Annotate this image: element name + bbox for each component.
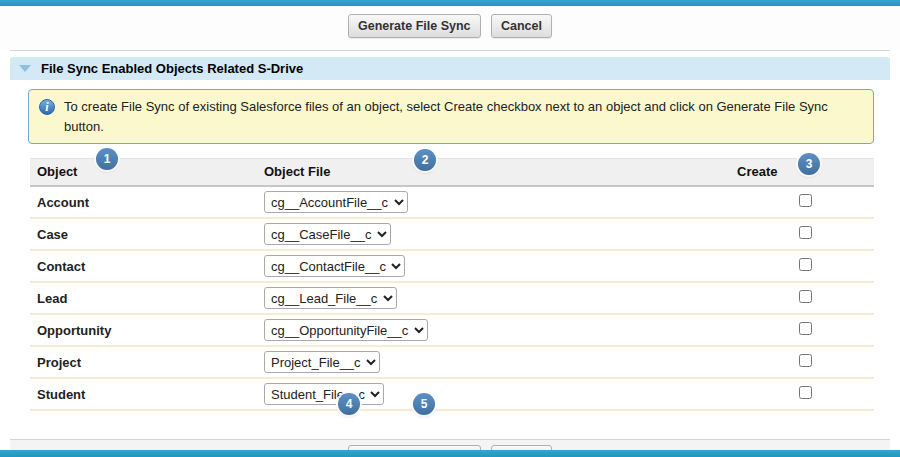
object-label: Project [30, 346, 257, 378]
table-row-opportunity: Opportunity cg__OpportunityFile__c [30, 314, 874, 346]
section-title: File Sync Enabled Objects Related S-Driv… [41, 61, 303, 76]
footer-spacer [0, 411, 900, 439]
object-file-select-student[interactable]: Student_File__c [264, 383, 384, 405]
section-header[interactable]: File Sync Enabled Objects Related S-Driv… [10, 57, 890, 80]
info-icon: i [39, 99, 55, 115]
collapse-triangle-icon[interactable] [19, 65, 31, 72]
object-label: Lead [30, 282, 257, 314]
generate-file-sync-button-top[interactable]: Generate File Sync [348, 14, 481, 38]
table-row-contact: Contact cg__ContactFile__c [30, 250, 874, 282]
object-file-select-account[interactable]: cg__AccountFile__c [264, 191, 408, 213]
create-checkbox-project[interactable] [799, 354, 812, 367]
annotation-badge-1: 1 [96, 148, 118, 170]
annotation-badge-4: 4 [338, 393, 360, 415]
object-label: Contact [30, 250, 257, 282]
table-row-account: Account cg__AccountFile__c [30, 186, 874, 218]
cancel-button-top[interactable]: Cancel [491, 14, 552, 38]
object-label: Opportunity [30, 314, 257, 346]
page-block: File Sync Enabled Objects Related S-Driv… [10, 50, 890, 411]
column-header-object: Object [30, 159, 257, 187]
top-accent-bar [0, 0, 900, 6]
top-toolbar: Generate File Sync Cancel [0, 0, 900, 50]
table-header-row: Object Object File Create [30, 159, 874, 187]
create-checkbox-contact[interactable] [799, 258, 812, 271]
create-checkbox-opportunity[interactable] [799, 322, 812, 335]
info-message-box: i To create File Sync of existing Salesf… [28, 89, 874, 144]
annotation-badge-5: 5 [413, 393, 435, 415]
create-checkbox-student[interactable] [799, 386, 812, 399]
object-label: Account [30, 186, 257, 218]
create-checkbox-account[interactable] [799, 194, 812, 207]
file-sync-table: Object Object File Create Account cg__Ac… [30, 158, 874, 411]
bottom-accent-bar [0, 450, 900, 457]
object-file-select-opportunity[interactable]: cg__OpportunityFile__c [264, 319, 428, 341]
object-file-select-case[interactable]: cg__CaseFile__c [264, 223, 391, 245]
table-row-student: Student Student_File__c [30, 378, 874, 410]
annotation-badge-2: 2 [414, 149, 436, 171]
object-label: Student [30, 378, 257, 410]
create-checkbox-lead[interactable] [799, 290, 812, 303]
table-row-project: Project Project_File__c [30, 346, 874, 378]
info-message-text: To create File Sync of existing Salesfor… [64, 97, 863, 136]
table-row-case: Case cg__CaseFile__c [30, 218, 874, 250]
object-file-select-contact[interactable]: cg__ContactFile__c [264, 255, 405, 277]
annotation-badge-3: 3 [798, 153, 820, 175]
object-label: Case [30, 218, 257, 250]
table-row-lead: Lead cg__Lead_File__c [30, 282, 874, 314]
object-file-select-project[interactable]: Project_File__c [264, 351, 380, 373]
column-header-object-file: Object File [257, 159, 730, 187]
create-checkbox-case[interactable] [799, 226, 812, 239]
object-file-select-lead[interactable]: cg__Lead_File__c [264, 287, 397, 309]
